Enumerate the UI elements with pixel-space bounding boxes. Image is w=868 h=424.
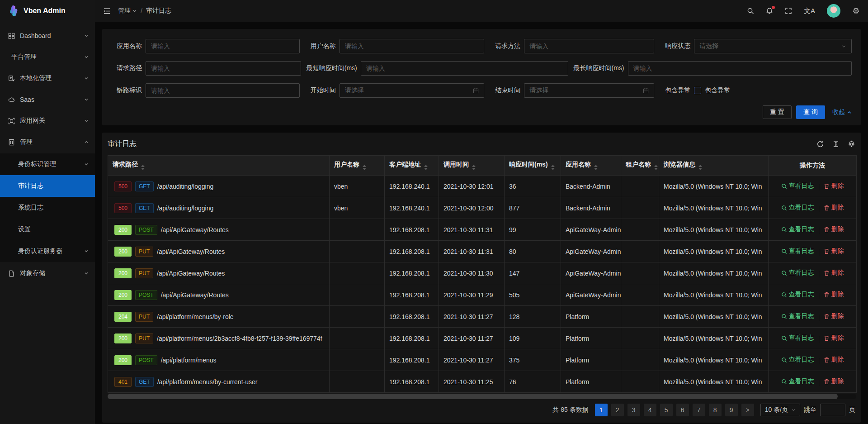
page-size-select[interactable]: 10 条/页 [760, 404, 800, 416]
sort-caret-icon[interactable] [698, 165, 702, 170]
sidebar-item-audit-log[interactable]: 审计日志 [0, 175, 95, 197]
view-log-button[interactable]: 查看日志 [781, 334, 814, 342]
column-header-app[interactable]: 应用名称 [561, 156, 621, 176]
sidebar-item-system-log[interactable]: 系统日志 [0, 197, 95, 219]
app-name-input[interactable] [146, 39, 300, 53]
row-height-icon[interactable] [832, 140, 840, 148]
end-time-picker[interactable]: 请选择 [524, 83, 654, 98]
table-title: 审计日志 [108, 139, 137, 149]
page-button-6[interactable]: 6 [676, 404, 689, 416]
page-button-7[interactable]: 7 [693, 404, 705, 416]
view-log-button[interactable]: 查看日志 [781, 269, 814, 277]
sidebar-item-gateway[interactable]: 应用网关 [0, 111, 95, 131]
refresh-icon[interactable] [816, 140, 824, 148]
jump-page-input[interactable] [820, 404, 845, 416]
collapse-filter-link[interactable]: 收起 [832, 108, 852, 116]
page-button-2[interactable]: 2 [611, 404, 624, 416]
sidebar-item-saas[interactable]: Saas [0, 90, 95, 110]
collapse-sidebar-icon[interactable] [103, 8, 111, 14]
user-name [330, 262, 385, 284]
min-elapsed-input[interactable] [361, 61, 568, 76]
column-header-tenant[interactable]: 租户名称 [621, 156, 659, 176]
sidebar-item-localization[interactable]: 本地化管理 [0, 68, 95, 88]
trace-id-input[interactable] [146, 83, 300, 98]
page-button-8[interactable]: 8 [709, 404, 722, 416]
reset-button[interactable]: 重 置 [763, 105, 792, 119]
sort-caret-icon[interactable] [424, 165, 428, 170]
delete-button[interactable]: 删除 [824, 247, 844, 255]
app-name: ApiGateWay-Admin [561, 262, 621, 284]
action-divider [819, 380, 819, 386]
sidebar-item-auth-server[interactable]: 身份认证服务器 [0, 240, 95, 262]
delete-button[interactable]: 删除 [824, 269, 844, 277]
table-row: 401GET/api/platform/menus/by-current-use… [108, 371, 857, 393]
view-log-button[interactable]: 查看日志 [781, 204, 814, 212]
http-method-input[interactable] [524, 39, 654, 53]
delete-button[interactable]: 删除 [824, 291, 844, 299]
delete-button[interactable]: 删除 [824, 377, 844, 386]
column-header-client[interactable]: 客户端地址 [385, 156, 439, 176]
delete-button[interactable]: 删除 [824, 204, 844, 212]
page-button-1[interactable]: 1 [595, 404, 608, 416]
response-status-select[interactable]: 请选择 [694, 39, 852, 53]
next-page-button[interactable]: > [741, 404, 754, 416]
delete-button[interactable]: 删除 [824, 356, 844, 364]
sidebar-item-admin[interactable]: 管理 [0, 132, 95, 152]
column-header-actions: 操作方法 [769, 156, 857, 176]
sort-caret-icon[interactable] [363, 165, 366, 170]
gear-icon[interactable] [852, 7, 860, 15]
sort-caret-icon[interactable] [472, 165, 476, 170]
page-button-3[interactable]: 3 [627, 404, 640, 416]
view-log-button[interactable]: 查看日志 [781, 356, 814, 364]
search-icon[interactable] [747, 7, 754, 14]
column-header-browser[interactable]: 浏览器信息 [659, 156, 769, 176]
view-log-button[interactable]: 查看日志 [781, 377, 814, 386]
view-log-button[interactable]: 查看日志 [781, 182, 814, 190]
bell-icon[interactable] [766, 7, 773, 14]
user-name [330, 306, 385, 328]
trash-icon [824, 379, 830, 385]
sidebar-item-object-storage[interactable]: 对象存储 [0, 263, 95, 283]
trash-icon [824, 314, 830, 319]
sidebar-item-dashboard[interactable]: Dashboard [0, 26, 95, 46]
horizontal-scrollbar[interactable] [108, 394, 856, 399]
sort-caret-icon[interactable] [551, 165, 555, 170]
sidebar-item-settings[interactable]: 设置 [0, 219, 95, 240]
avatar[interactable] [827, 4, 840, 18]
include-exception-checkbox[interactable] [694, 87, 701, 94]
delete-button[interactable]: 删除 [824, 334, 844, 342]
scrollbar-thumb[interactable] [108, 394, 838, 399]
translate-icon[interactable]: 文A [804, 7, 815, 15]
delete-button[interactable]: 删除 [824, 312, 844, 320]
notification-badge [772, 6, 775, 9]
delete-button[interactable]: 删除 [824, 182, 844, 190]
user-name-input[interactable] [340, 39, 484, 53]
delete-button[interactable]: 删除 [824, 225, 844, 233]
column-header-time[interactable]: 调用时间 [439, 156, 505, 176]
logo[interactable]: Vben Admin [0, 0, 95, 22]
sort-caret-icon[interactable] [594, 165, 598, 170]
page-button-9[interactable]: 9 [725, 404, 738, 416]
view-log-button[interactable]: 查看日志 [781, 247, 814, 255]
sort-caret-icon[interactable] [141, 165, 145, 170]
start-time-picker[interactable]: 请选择 [340, 83, 484, 98]
sidebar-item-platform[interactable]: 平台管理 [0, 47, 95, 67]
sort-caret-icon[interactable] [654, 165, 658, 170]
breadcrumb-parent[interactable]: 管理 [118, 7, 137, 15]
search-button[interactable]: 查 询 [796, 105, 825, 119]
column-header-elapsed[interactable]: 响应时间(ms) [505, 156, 561, 176]
max-elapsed-input[interactable] [628, 61, 852, 76]
fullscreen-icon[interactable] [785, 7, 792, 14]
table-settings-gear-icon[interactable] [848, 140, 855, 148]
column-header-user[interactable]: 用户名称 [330, 156, 385, 176]
request-path: /api/platform/menus/by-role [157, 313, 234, 320]
view-log-button[interactable]: 查看日志 [781, 312, 814, 320]
tenant-name [621, 371, 659, 393]
request-path-input[interactable] [146, 61, 301, 76]
page-button-5[interactable]: 5 [660, 404, 673, 416]
sidebar-item-identity[interactable]: 身份标识管理 [0, 153, 95, 175]
page-button-4[interactable]: 4 [644, 404, 656, 416]
view-log-button[interactable]: 查看日志 [781, 291, 814, 299]
column-header-path[interactable]: 请求路径 [108, 156, 330, 176]
view-log-button[interactable]: 查看日志 [781, 225, 814, 233]
